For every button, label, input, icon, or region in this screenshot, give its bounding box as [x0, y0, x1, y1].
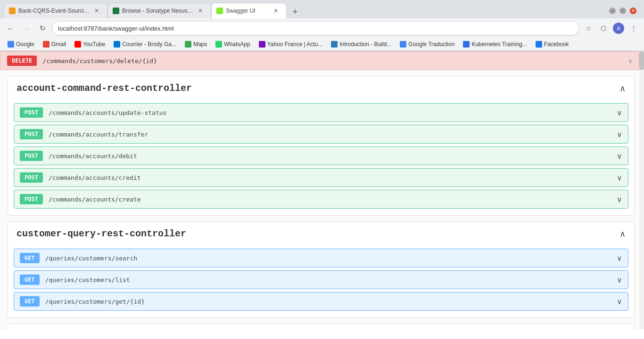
endpoint-update-status[interactable]: POST /commands/accounts/update-status ∨ [14, 103, 628, 122]
bookmark-label-intro: Introduction - Build... [339, 41, 391, 48]
tab-close-nexus[interactable]: ✕ [197, 7, 204, 15]
minimize-button[interactable]: — [609, 8, 616, 14]
profile-avatar: A [613, 23, 624, 34]
account-command-section: account-command-rest-controller ∧ POST /… [8, 76, 635, 216]
tab-favicon-bank [9, 8, 16, 14]
forward-button[interactable]: → [20, 22, 33, 35]
account-command-title: account-command-rest-controller [17, 83, 192, 94]
bookmark-intro[interactable]: Introduction - Build... [327, 40, 395, 49]
bookmark-label-courrier: Courrier - Brody Ga... [122, 41, 176, 48]
bookmark-label-kubernetes: Kubernetes Training... [471, 41, 527, 48]
bookmark-star-button[interactable]: ☆ [582, 22, 595, 35]
tab-favicon-nexus [113, 8, 119, 14]
bookmark-favicon-youtube [74, 41, 81, 48]
tab-swagger[interactable]: Swagger UI ✕ [211, 3, 287, 18]
account-command-body: POST /commands/accounts/update-status ∨ … [8, 103, 634, 215]
bookmark-label-google-traduction: Google Traduction [408, 41, 454, 48]
account-query-header[interactable]: account-query-rest-controller ∧ [8, 324, 634, 329]
bookmark-label-whatsapp: WhatsApp [224, 41, 250, 48]
path-customers-list: /queries/customers/list [45, 276, 130, 283]
endpoint-left-create: POST /commands/accounts/create [20, 194, 141, 204]
tab-close-bank[interactable]: ✕ [93, 7, 100, 15]
new-tab-button[interactable]: + [289, 5, 302, 18]
path-customers-get-id: /queries/customers/get/{id} [45, 298, 145, 305]
bookmark-favicon-gmail [43, 41, 50, 48]
endpoint-create[interactable]: POST /commands/accounts/create ∨ [14, 190, 628, 209]
account-command-chevron: ∧ [619, 83, 626, 94]
get-badge-customers-search: GET [20, 253, 40, 263]
endpoint-left-transfer: POST /commands/accounts/transfer [20, 129, 148, 139]
endpoint-customers-list[interactable]: GET /queries/customers/list ∨ [14, 270, 628, 289]
customer-query-section: customer-query-rest-controller ∧ GET /qu… [8, 221, 635, 318]
chevron-customers-get-id: ∨ [617, 297, 622, 306]
get-badge-customers-list: GET [20, 274, 40, 285]
delete-badge: DELETE [7, 56, 37, 66]
endpoint-left-credit: POST /commands/accounts/credit [20, 172, 141, 183]
path-credit: /commands/accounts/credit [49, 174, 141, 181]
bookmark-facebook[interactable]: Facebook [532, 40, 573, 49]
chevron-update-status: ∨ [617, 108, 622, 117]
tab-bank[interactable]: Bank-CQRS-Event-Sourcing-CIC… ✕ [4, 3, 107, 18]
bookmark-whatsapp[interactable]: WhatsApp [212, 40, 254, 49]
post-badge-credit: POST [20, 172, 43, 183]
endpoint-left-customers-list: GET /queries/customers/list [20, 274, 130, 285]
bookmark-maps[interactable]: Maps [181, 40, 211, 49]
expand-icon-delete[interactable]: ∨ [628, 57, 632, 65]
tab-title-nexus: Browse - Sonatype Nexus Repos… [122, 8, 194, 14]
scrollbar-thumb[interactable] [639, 51, 644, 70]
tab-favicon-swagger [216, 8, 223, 14]
endpoint-credit[interactable]: POST /commands/accounts/credit ∨ [14, 168, 628, 187]
bookmark-youtube[interactable]: YouTube [71, 40, 109, 49]
back-button[interactable]: ← [4, 22, 17, 35]
browser-chrome: Bank-CQRS-Event-Sourcing-CIC… ✕ Browse -… [0, 0, 644, 51]
tabs-bar: Bank-CQRS-Event-Sourcing-CIC… ✕ Browse -… [4, 3, 302, 18]
bookmark-favicon-yahoo [259, 41, 265, 48]
bookmark-kubernetes[interactable]: Kubernetes Training... [459, 40, 530, 49]
maximize-button[interactable]: □ [619, 8, 626, 14]
extension-button[interactable]: ⬡ [597, 22, 610, 35]
close-button[interactable]: ✕ [630, 8, 636, 14]
menu-button[interactable]: ⋮ [627, 22, 640, 35]
endpoint-left-debit: POST /commands/accounts/debit [20, 151, 137, 161]
chevron-create: ∨ [617, 195, 622, 204]
address-bar-icons: ☆ ⬡ A ⋮ [582, 22, 640, 35]
get-badge-customers-get-id: GET [20, 296, 40, 307]
bookmark-favicon-whatsapp [215, 41, 222, 48]
bookmark-google-traduction[interactable]: Google Traduction [396, 40, 458, 49]
address-bar-input[interactable] [52, 21, 579, 35]
customer-query-chevron: ∧ [619, 229, 626, 239]
account-command-header[interactable]: account-command-rest-controller ∧ [8, 76, 634, 100]
bookmark-favicon-facebook [536, 41, 542, 48]
bookmark-gmail[interactable]: Gmail [39, 40, 70, 49]
bookmark-google[interactable]: Google [4, 40, 38, 49]
main-content: DELETE /commands/customers/delete/{id} ∨… [0, 51, 644, 329]
tab-close-swagger[interactable]: ✕ [272, 7, 280, 15]
tab-title-swagger: Swagger UI [226, 8, 269, 14]
bookmark-label-maps: Maps [193, 41, 207, 48]
bookmark-favicon-maps [185, 41, 191, 48]
profile-button[interactable]: A [612, 22, 625, 35]
bookmark-favicon-intro [331, 41, 338, 48]
partial-delete-row[interactable]: DELETE /commands/customers/delete/{id} ∨ [0, 51, 639, 70]
post-badge-update-status: POST [20, 107, 43, 118]
endpoint-customers-search[interactable]: GET /queries/customers/search ∨ [14, 249, 628, 267]
customer-query-header[interactable]: customer-query-rest-controller ∧ [8, 222, 634, 246]
bookmark-favicon-courrier [114, 41, 120, 48]
endpoint-left-update-status: POST /commands/accounts/update-status [20, 107, 166, 118]
bookmarks-bar: Google Gmail YouTube Courrier - Brody Ga… [0, 38, 644, 51]
bookmark-courrier[interactable]: Courrier - Brody Ga... [110, 40, 180, 49]
account-query-section: account-query-rest-controller ∧ [8, 323, 635, 329]
endpoint-left-customers-get-id: GET /queries/customers/get/{id} [20, 296, 145, 307]
customer-query-title: customer-query-rest-controller [17, 228, 186, 239]
endpoint-customers-get-id[interactable]: GET /queries/customers/get/{id} ∨ [14, 292, 628, 311]
path-customers-search: /queries/customers/search [45, 255, 138, 262]
reload-button[interactable]: ↻ [36, 22, 49, 35]
bookmark-yahoo[interactable]: Yahoo France | Actu... [255, 40, 327, 49]
tab-nexus[interactable]: Browse - Sonatype Nexus Repos… ✕ [107, 3, 211, 18]
endpoint-left-customers-search: GET /queries/customers/search [20, 253, 137, 263]
endpoint-debit[interactable]: POST /commands/accounts/debit ∨ [14, 146, 628, 165]
bookmark-label-facebook: Facebook [544, 41, 569, 48]
address-bar-row: ← → ↻ ☆ ⬡ A ⋮ [0, 18, 644, 38]
endpoint-transfer[interactable]: POST /commands/accounts/transfer ∨ [14, 125, 628, 144]
scrollbar-track[interactable] [639, 51, 644, 329]
